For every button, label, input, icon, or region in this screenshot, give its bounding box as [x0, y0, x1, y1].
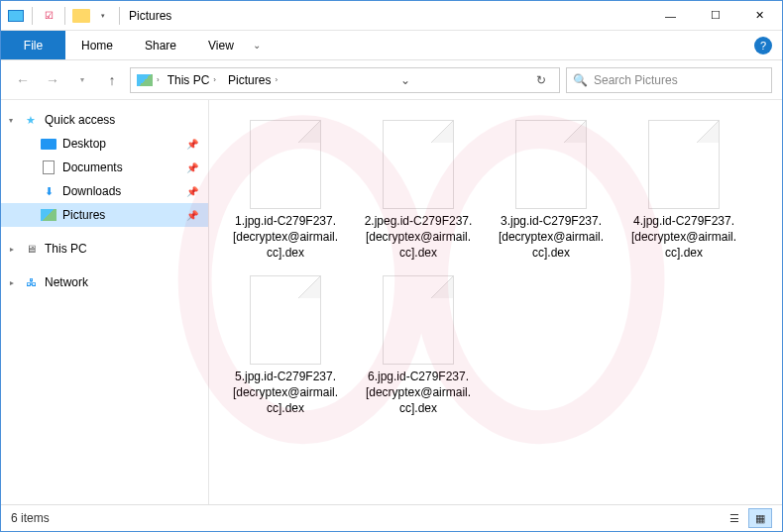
sidebar-item-label: Downloads [62, 184, 121, 198]
folder-qat-icon[interactable] [72, 7, 90, 25]
ribbon-tab-share[interactable]: Share [129, 31, 192, 59]
separator [32, 7, 33, 25]
file-item[interactable]: 4.jpg.id-C279F237.[decryptex@airmail.cc]… [625, 116, 742, 266]
download-icon: ⬇ [41, 183, 56, 199]
sidebar-label: Quick access [45, 113, 115, 127]
qat-dropdown-icon[interactable]: ▾ [94, 7, 112, 25]
sidebar-item-label: Desktop [62, 137, 106, 151]
chevron-down-icon[interactable]: ▾ [9, 116, 13, 125]
chevron-right-icon[interactable]: ▾ [7, 247, 16, 251]
chevron-right-icon: › [213, 75, 216, 84]
breadcrumb-label: This PC [168, 73, 210, 87]
ribbon: File Home Share View ⌄ ? [1, 31, 782, 60]
separator [64, 7, 65, 25]
view-switcher: ☰ ▦ [723, 508, 772, 528]
computer-icon: 🖥 [23, 241, 39, 257]
file-icon [383, 275, 454, 365]
breadcrumb-pictures[interactable]: Pictures› [224, 71, 281, 89]
sidebar-item-pictures[interactable]: Pictures 📌 [1, 203, 208, 227]
file-item[interactable]: 3.jpg.id-C279F237.[decryptex@airmail.cc]… [493, 116, 610, 266]
app-icon [7, 7, 25, 25]
sidebar-label: This PC [45, 242, 87, 256]
address-bar[interactable]: › This PC› Pictures› ⌄ ↻ [130, 67, 560, 93]
chevron-right-icon: › [275, 75, 278, 84]
separator [119, 7, 120, 25]
pin-icon: 📌 [186, 162, 198, 173]
file-grid: 1.jpg.id-C279F237.[decryptex@airmail.cc]… [227, 116, 770, 420]
document-icon [41, 160, 56, 175]
back-button[interactable]: ← [11, 68, 35, 92]
file-icon [250, 275, 321, 365]
recent-locations-dropdown[interactable]: ▾ [70, 68, 94, 92]
sidebar-this-pc[interactable]: ▾ 🖥 This PC [1, 237, 208, 261]
status-bar: 6 items ☰ ▦ [1, 504, 782, 531]
navigation-bar: ← → ▾ ↑ › This PC› Pictures› ⌄ ↻ 🔍 [1, 60, 782, 100]
maximize-button[interactable]: ☐ [693, 1, 737, 31]
sidebar-network[interactable]: ▾ 🖧 Network [1, 270, 208, 294]
expand-ribbon-icon[interactable]: ⌄ [250, 37, 264, 53]
pictures-folder-icon [137, 72, 153, 88]
body: ▾ ★ Quick access Desktop 📌 Documents 📌 ⬇… [1, 100, 782, 504]
file-icon [250, 120, 321, 209]
close-button[interactable]: ✕ [737, 1, 782, 31]
address-dropdown-icon[interactable]: ⌄ [393, 68, 417, 92]
desktop-icon [41, 136, 56, 152]
file-view[interactable]: 1.jpg.id-C279F237.[decryptex@airmail.cc]… [209, 100, 782, 504]
title-bar: ☑ ▾ Pictures — ☐ ✕ [1, 1, 782, 31]
pin-icon: 📌 [186, 186, 198, 197]
file-item[interactable]: 1.jpg.id-C279F237.[decryptex@airmail.cc]… [227, 116, 344, 266]
file-item[interactable]: 5.jpg.id-C279F237.[decryptex@airmail.cc]… [227, 271, 344, 421]
ribbon-tab-home[interactable]: Home [65, 31, 129, 59]
properties-qat-icon[interactable]: ☑ [40, 7, 57, 25]
minimize-button[interactable]: — [648, 1, 693, 31]
chevron-right-icon[interactable]: ▾ [7, 280, 16, 284]
forward-button[interactable]: → [41, 68, 64, 92]
ribbon-tab-view[interactable]: View [192, 31, 250, 59]
sidebar-item-label: Documents [62, 160, 123, 174]
search-input[interactable] [594, 73, 765, 87]
breadcrumb-label: Pictures [228, 73, 271, 87]
file-item[interactable]: 6.jpg.id-C279F237.[decryptex@airmail.cc]… [360, 271, 477, 421]
pin-icon: 📌 [186, 139, 198, 150]
chevron-right-icon[interactable]: › [157, 75, 160, 84]
sidebar-item-desktop[interactable]: Desktop 📌 [1, 132, 208, 156]
window-controls: — ☐ ✕ [648, 1, 782, 31]
large-icons-view-button[interactable]: ▦ [748, 508, 772, 528]
file-name: 2.jpeg.id-C279F237.[decryptex@airmail.cc… [364, 213, 473, 262]
pin-icon: 📌 [186, 210, 198, 221]
file-icon [515, 120, 587, 209]
sidebar-item-documents[interactable]: Documents 📌 [1, 156, 208, 179]
file-item[interactable]: 2.jpeg.id-C279F237.[decryptex@airmail.cc… [360, 116, 477, 266]
refresh-button[interactable]: ↻ [529, 68, 553, 92]
item-count: 6 items [11, 511, 50, 525]
file-tab[interactable]: File [1, 31, 65, 59]
sidebar-label: Network [45, 275, 88, 289]
search-box[interactable]: 🔍 [566, 67, 772, 93]
help-button[interactable]: ? [754, 37, 772, 54]
file-icon [648, 120, 720, 209]
sidebar-item-downloads[interactable]: ⬇ Downloads 📌 [1, 179, 208, 203]
file-name: 4.jpg.id-C279F237.[decryptex@airmail.cc]… [629, 213, 738, 262]
sidebar-item-label: Pictures [62, 208, 105, 222]
quick-access-toolbar: ☑ ▾ [7, 7, 123, 25]
window-title: Pictures [129, 9, 171, 23]
file-name: 5.jpg.id-C279F237.[decryptex@airmail.cc]… [231, 369, 340, 417]
sidebar-quick-access[interactable]: ▾ ★ Quick access [1, 108, 208, 132]
file-name: 3.jpg.id-C279F237.[decryptex@airmail.cc]… [497, 213, 606, 262]
breadcrumb-this-pc[interactable]: This PC› [164, 71, 220, 89]
pictures-icon [41, 207, 56, 223]
details-view-button[interactable]: ☰ [723, 508, 746, 528]
file-name: 6.jpg.id-C279F237.[decryptex@airmail.cc]… [364, 369, 473, 417]
network-icon: 🖧 [23, 274, 39, 290]
file-icon [383, 120, 454, 209]
navigation-pane: ▾ ★ Quick access Desktop 📌 Documents 📌 ⬇… [1, 100, 209, 504]
star-icon: ★ [23, 112, 39, 128]
file-name: 1.jpg.id-C279F237.[decryptex@airmail.cc]… [231, 213, 340, 262]
up-button[interactable]: ↑ [100, 68, 124, 92]
search-icon: 🔍 [573, 73, 588, 87]
